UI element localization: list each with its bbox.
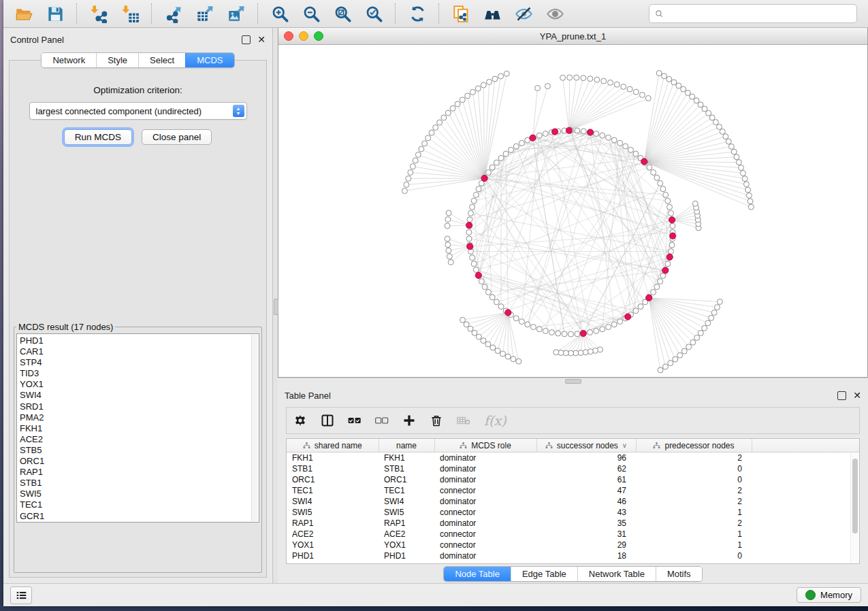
network-node[interactable] xyxy=(562,331,567,337)
mcds-result-item[interactable]: SWI5 xyxy=(20,489,259,499)
import-table-icon[interactable] xyxy=(115,2,145,25)
network-node[interactable] xyxy=(665,198,671,203)
network-node[interactable] xyxy=(408,169,413,175)
mcds-result-item[interactable]: ACE2 xyxy=(20,434,259,445)
network-node[interactable] xyxy=(669,248,674,254)
network-node[interactable] xyxy=(470,204,475,210)
network-node[interactable] xyxy=(673,357,678,362)
network-node[interactable] xyxy=(556,331,561,336)
network-node[interactable] xyxy=(513,144,519,149)
mcds-result-item[interactable]: GCR1 xyxy=(20,511,259,522)
network-node[interactable] xyxy=(553,350,559,355)
network-node[interactable] xyxy=(645,95,651,101)
network-node[interactable] xyxy=(681,86,686,92)
network-node[interactable] xyxy=(492,76,498,82)
network-node[interactable] xyxy=(647,165,652,170)
network-node[interactable] xyxy=(639,93,645,98)
network-node[interactable] xyxy=(490,345,496,350)
tab-edge-table[interactable]: Edge Table xyxy=(511,567,577,581)
network-node[interactable] xyxy=(676,83,681,88)
network-node[interactable] xyxy=(669,242,675,248)
mcds-hub-node[interactable] xyxy=(666,254,673,260)
show-all-icon[interactable] xyxy=(540,2,570,25)
tab-select[interactable]: Select xyxy=(138,53,185,67)
import-network-icon[interactable] xyxy=(84,2,114,25)
network-node[interactable] xyxy=(425,135,431,141)
float-panel-icon[interactable] xyxy=(242,35,251,44)
network-node[interactable] xyxy=(731,149,737,154)
mcds-result-item[interactable]: PHD1 xyxy=(20,335,259,346)
network-node[interactable] xyxy=(608,80,613,85)
network-node[interactable] xyxy=(690,94,695,99)
network-node[interactable] xyxy=(748,204,754,210)
table-row[interactable]: TEC1TEC1connector472 xyxy=(287,485,859,496)
network-node[interactable] xyxy=(592,348,598,353)
network-node[interactable] xyxy=(651,289,656,295)
network-node[interactable] xyxy=(504,71,509,76)
network-node[interactable] xyxy=(448,259,453,265)
network-node[interactable] xyxy=(441,115,447,120)
network-node[interactable] xyxy=(633,308,639,314)
first-neighbors-icon[interactable] xyxy=(477,2,507,25)
network-node[interactable] xyxy=(545,84,550,89)
splitter-handle[interactable] xyxy=(565,379,581,384)
open-file-icon[interactable] xyxy=(9,2,39,25)
network-node[interactable] xyxy=(668,361,673,366)
network-node[interactable] xyxy=(658,279,663,284)
network-node[interactable] xyxy=(445,236,450,242)
network-node[interactable] xyxy=(739,165,744,170)
network-node[interactable] xyxy=(406,176,411,181)
splitter-handle[interactable] xyxy=(274,299,278,315)
network-node[interactable] xyxy=(487,79,492,84)
network-node[interactable] xyxy=(588,76,593,82)
network-node[interactable] xyxy=(623,144,628,149)
network-node[interactable] xyxy=(445,242,451,248)
close-panel-icon[interactable]: ✕ xyxy=(853,392,861,399)
search-input[interactable] xyxy=(667,8,851,20)
mcds-result-item[interactable]: RAP1 xyxy=(20,467,259,478)
table-scrollbar[interactable] xyxy=(850,453,858,563)
show-panels-list-icon[interactable] xyxy=(10,587,32,604)
scrollbar-thumb[interactable] xyxy=(852,459,858,533)
network-node[interactable] xyxy=(594,77,600,82)
table-row[interactable]: SWI5SWI5connector431 xyxy=(287,507,859,518)
tab-mcds[interactable]: MCDS xyxy=(185,53,234,67)
network-node[interactable] xyxy=(709,115,715,120)
network-node[interactable] xyxy=(575,128,580,133)
network-node[interactable] xyxy=(482,284,487,290)
export-image-icon[interactable] xyxy=(221,2,251,25)
network-node[interactable] xyxy=(446,248,451,253)
network-node[interactable] xyxy=(535,85,541,90)
column-header-successor-nodes[interactable]: successor nodes∨ xyxy=(536,439,636,452)
network-node[interactable] xyxy=(709,315,714,320)
network-node[interactable] xyxy=(702,106,707,112)
float-panel-icon[interactable] xyxy=(837,391,846,400)
network-node[interactable] xyxy=(681,348,687,354)
network-node[interactable] xyxy=(583,350,588,355)
mcds-hub-node[interactable] xyxy=(662,267,669,274)
close-panel-icon[interactable]: ✕ xyxy=(257,36,266,44)
network-node[interactable] xyxy=(705,320,711,326)
network-node[interactable] xyxy=(662,73,667,79)
network-node[interactable] xyxy=(525,322,530,327)
network-node[interactable] xyxy=(466,229,472,235)
network-node[interactable] xyxy=(677,352,683,358)
network-node[interactable] xyxy=(498,155,504,161)
refresh-icon[interactable] xyxy=(402,2,432,25)
network-node[interactable] xyxy=(706,110,711,116)
mcds-result-list[interactable]: PHD1CAR1STP4TID3YOX1SWI4SRD1PMA2FKH1ACE2… xyxy=(16,333,259,523)
mcds-hub-node[interactable] xyxy=(641,159,647,165)
network-node[interactable] xyxy=(494,299,499,305)
table-row[interactable]: RAP1RAP1dominator352 xyxy=(287,518,859,529)
network-node[interactable] xyxy=(563,350,568,356)
network-node[interactable] xyxy=(558,350,564,355)
mcds-result-item[interactable]: STB5 xyxy=(20,445,259,456)
network-node[interactable] xyxy=(429,130,434,135)
memory-button[interactable]: Memory xyxy=(797,587,861,603)
mcds-result-item[interactable]: CAR1 xyxy=(20,346,259,357)
mcds-hub-node[interactable] xyxy=(670,233,676,239)
network-node[interactable] xyxy=(467,217,472,222)
network-node[interactable] xyxy=(466,236,472,242)
mcds-hub-node[interactable] xyxy=(587,129,593,135)
network-node[interactable] xyxy=(472,330,477,335)
